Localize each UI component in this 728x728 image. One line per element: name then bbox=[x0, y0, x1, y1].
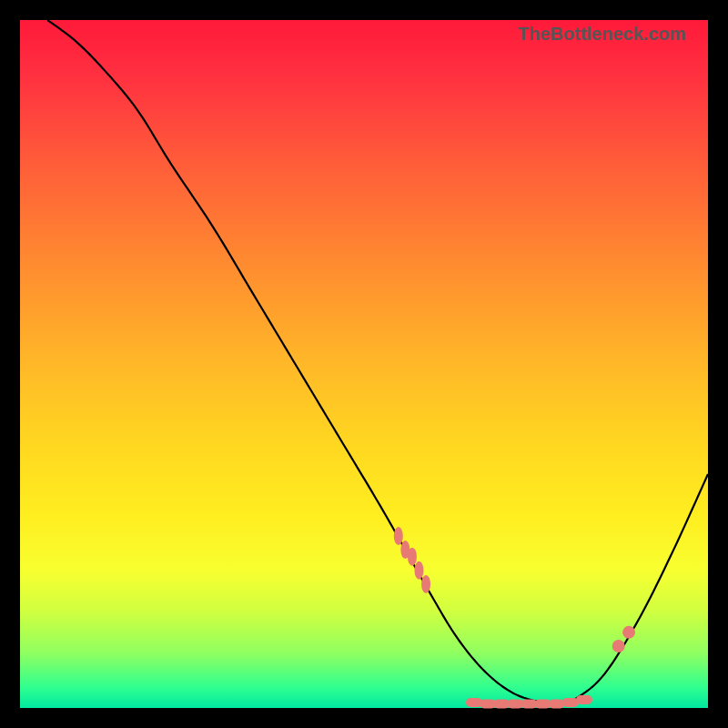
marker-pill bbox=[421, 575, 430, 593]
marker-pill bbox=[576, 695, 592, 704]
chart-svg bbox=[20, 20, 708, 708]
bottleneck-curve bbox=[47, 20, 708, 704]
marker-dot bbox=[622, 626, 635, 639]
marker-pill bbox=[414, 561, 423, 580]
marker-pill bbox=[549, 699, 565, 708]
chart-container: TheBottleneck.com bbox=[0, 0, 728, 728]
plot-area: TheBottleneck.com bbox=[20, 20, 708, 708]
marker-dot bbox=[612, 640, 625, 652]
marker-pill bbox=[466, 698, 482, 707]
marker-pill bbox=[408, 548, 417, 566]
marker-pill bbox=[394, 527, 403, 545]
